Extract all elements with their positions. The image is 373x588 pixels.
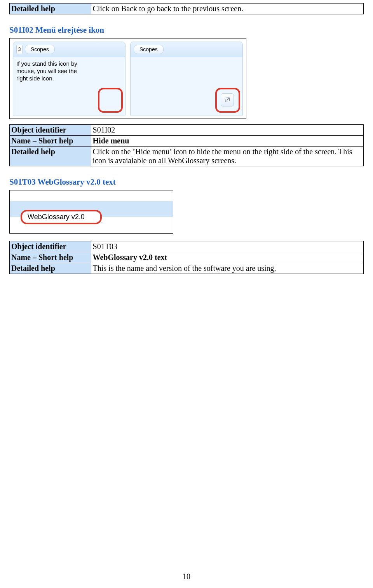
s1-r1-label: Object identifier [10,125,91,136]
figure-right-panel: Scopes [130,42,243,115]
section1-heading: S01I02 Menü elrejtése ikon [9,25,364,35]
webglossary-label: WebGlossary v2.0 [21,210,102,224]
section2-table: Object identifier S01T03 Name – Short he… [9,241,364,274]
s2-r2-label: Name – Short help [10,252,91,263]
scopes-button[interactable]: Scopes [134,45,164,54]
s1-r3-label: Detailed help [10,147,91,166]
s1-r2-label: Name – Short help [10,136,91,147]
hint-text: If you stand this icon by mouse, you wil… [16,60,122,82]
figure-left-panel: 3 Scopes If you stand this icon by mouse… [13,42,125,115]
s1-r3-value: Click on the ’Hide menu’ icon to hide th… [91,147,363,166]
section2-heading: S01T03 WebGlossary v2.0 text [9,177,364,187]
scopes-button[interactable]: Scopes [25,45,55,54]
red-highlight-box [215,88,240,113]
top-table-label: Detailed help [10,3,91,14]
section2-figure: WebGlossary v2.0 [9,190,173,234]
page-number: 10 [0,572,373,581]
s1-r1-value: S01I02 [91,125,363,136]
s2-r3-label: Detailed help [10,263,91,274]
section1-table: Object identifier S01I02 Name – Short he… [9,124,364,166]
s2-r3-value: This is the name and version of the soft… [91,263,363,274]
s2-r2-value: WebGlossary v2.0 text [91,252,363,263]
top-table: Detailed help Click on Back to go back t… [9,3,364,14]
section1-figure: 3 Scopes If you stand this icon by mouse… [9,38,246,119]
s1-r2-value: Hide menu [91,136,363,147]
s2-r1-value: S01T03 [91,241,363,252]
s2-r1-label: Object identifier [10,241,91,252]
toolbar-number-badge: 3 [16,45,23,54]
top-table-value: Click on Back to go back to the previous… [91,3,363,14]
red-highlight-box [98,88,123,113]
